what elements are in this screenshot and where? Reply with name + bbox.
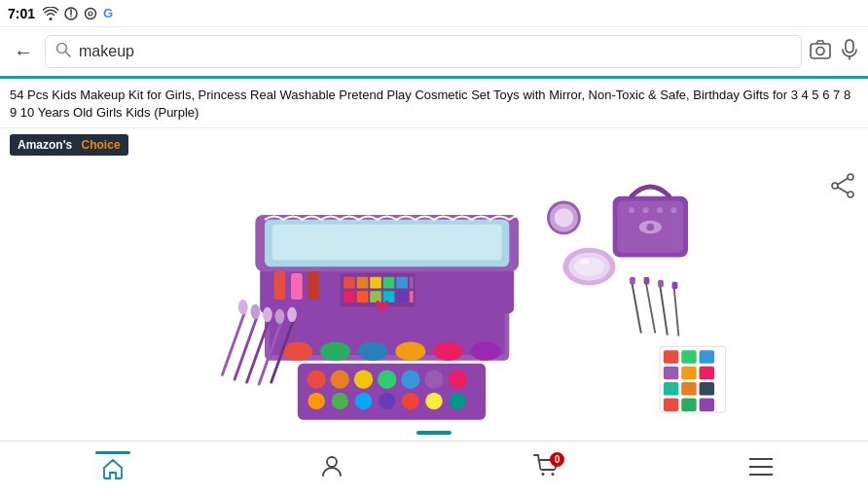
- svg-rect-82: [664, 366, 678, 379]
- svg-point-106: [327, 457, 337, 467]
- search-box[interactable]: [45, 35, 802, 68]
- menu-icon: [749, 456, 773, 481]
- svg-point-54: [671, 207, 677, 213]
- svg-point-53: [657, 207, 663, 213]
- svg-rect-85: [664, 382, 678, 396]
- svg-rect-87: [700, 382, 714, 396]
- svg-point-93: [331, 370, 349, 388]
- svg-point-92: [307, 370, 326, 388]
- svg-line-72: [660, 283, 668, 334]
- svg-point-107: [542, 473, 545, 476]
- svg-rect-27: [307, 271, 319, 300]
- svg-point-20: [358, 341, 388, 360]
- svg-line-73: [674, 285, 679, 335]
- svg-point-4: [89, 12, 92, 16]
- svg-point-21: [395, 341, 425, 360]
- svg-rect-9: [846, 40, 853, 53]
- svg-line-14: [838, 179, 848, 185]
- svg-point-59: [580, 259, 590, 265]
- svg-rect-36: [357, 291, 369, 302]
- svg-rect-38: [383, 291, 395, 302]
- nav-account[interactable]: [306, 450, 358, 487]
- svg-rect-76: [658, 279, 664, 287]
- nav-active-bar: [95, 451, 130, 454]
- svg-rect-7: [811, 44, 830, 58]
- settings-icon: [84, 7, 97, 20]
- mic-icon[interactable]: [841, 39, 858, 65]
- svg-point-50: [646, 223, 654, 230]
- svg-line-71: [646, 280, 656, 332]
- svg-point-19: [320, 341, 350, 360]
- scroll-indicator: [416, 431, 452, 435]
- svg-point-66: [251, 304, 261, 319]
- svg-line-61: [235, 313, 258, 379]
- svg-line-60: [223, 308, 246, 374]
- search-input[interactable]: [79, 43, 791, 60]
- status-bar: 7:01 G: [0, 0, 868, 27]
- svg-point-68: [275, 308, 285, 323]
- camera-icon[interactable]: [810, 40, 831, 64]
- svg-rect-37: [370, 291, 381, 302]
- svg-rect-31: [370, 276, 381, 288]
- svg-rect-88: [664, 398, 678, 411]
- svg-rect-43: [272, 224, 502, 260]
- notification-icon: [64, 7, 78, 20]
- status-icons: G: [43, 6, 113, 20]
- wifi-icon: [43, 7, 58, 20]
- svg-point-3: [86, 8, 96, 18]
- product-image-area: [0, 158, 868, 441]
- svg-line-70: [632, 280, 641, 332]
- nav-home[interactable]: [80, 447, 146, 489]
- svg-point-102: [379, 392, 395, 408]
- svg-point-69: [287, 306, 297, 321]
- nav-menu[interactable]: [734, 452, 788, 485]
- svg-point-52: [643, 207, 649, 213]
- svg-rect-89: [681, 398, 696, 411]
- search-bar-container: ←: [0, 27, 868, 79]
- svg-point-108: [552, 473, 555, 476]
- svg-point-13: [848, 192, 853, 197]
- svg-point-51: [629, 207, 634, 213]
- svg-rect-77: [672, 281, 678, 289]
- account-icon: [321, 454, 343, 483]
- svg-point-46: [555, 208, 573, 227]
- back-button[interactable]: ←: [10, 37, 37, 67]
- svg-rect-26: [291, 273, 303, 300]
- cart-count-badge: 0: [550, 452, 564, 467]
- svg-line-15: [838, 188, 848, 194]
- product-title: 54 Pcs Kids Makeup Kit for Girls, Prince…: [0, 79, 868, 128]
- search-right-icons: [810, 39, 858, 65]
- svg-point-12: [832, 183, 838, 189]
- svg-point-2: [70, 16, 72, 18]
- svg-rect-32: [383, 276, 395, 288]
- svg-rect-40: [410, 291, 414, 302]
- svg-point-96: [401, 370, 419, 388]
- svg-point-97: [424, 370, 443, 388]
- nav-cart[interactable]: 0: [518, 450, 574, 487]
- svg-point-23: [471, 341, 501, 360]
- svg-rect-75: [644, 276, 650, 284]
- search-icon: [55, 42, 71, 61]
- svg-point-94: [354, 370, 373, 388]
- svg-point-100: [332, 392, 348, 408]
- svg-rect-86: [681, 382, 696, 396]
- amazon-choice-badge: Amazon's Choice: [10, 134, 128, 156]
- status-time: 7:01: [8, 6, 35, 21]
- badge-prefix: Amazon's: [18, 138, 72, 152]
- share-button[interactable]: [831, 173, 854, 204]
- svg-rect-25: [274, 271, 286, 300]
- svg-point-99: [307, 392, 324, 408]
- svg-point-11: [848, 174, 853, 180]
- home-icon: [101, 458, 125, 485]
- main-area: ←: [0, 27, 868, 441]
- svg-rect-30: [357, 276, 369, 288]
- g-icon: G: [103, 6, 113, 20]
- svg-rect-79: [664, 350, 678, 364]
- svg-point-65: [238, 300, 248, 314]
- svg-point-104: [425, 392, 442, 408]
- svg-point-101: [355, 392, 372, 408]
- svg-rect-84: [700, 366, 714, 379]
- svg-rect-39: [396, 291, 408, 302]
- svg-rect-74: [630, 276, 635, 284]
- svg-point-95: [378, 370, 396, 388]
